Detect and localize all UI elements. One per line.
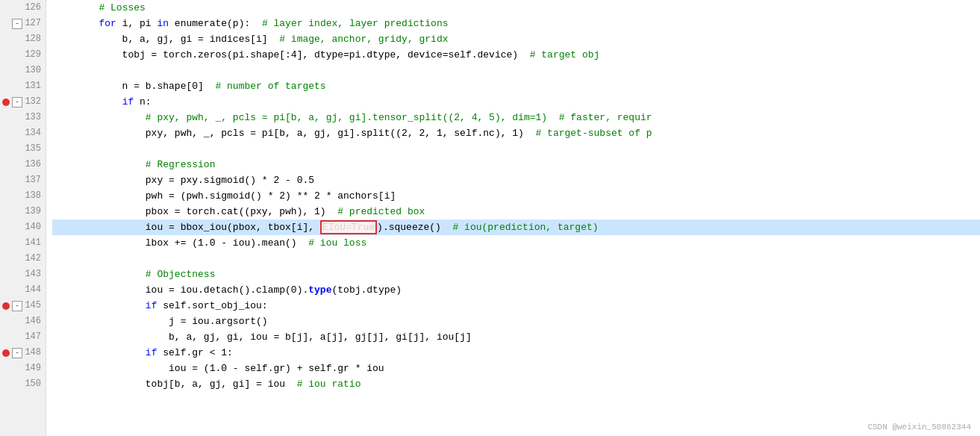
gutter-row: 126 [0, 0, 46, 16]
token: if [122, 96, 134, 108]
fold-area[interactable]: - [12, 301, 22, 311]
highlighted-token: EIoU=True [320, 220, 377, 234]
token [52, 112, 146, 123]
token: if [146, 347, 157, 358]
gutter-row: 131 [0, 78, 46, 94]
token: # pxy, pwh, _, pcls = pi[b, a, gj, gi].t… [146, 112, 559, 123]
line-number: 150 [22, 376, 46, 392]
token: iou = (1.0 - self.gr) + self.gr * iou [52, 363, 384, 374]
code-line: # pxy, pwh, _, pcls = pi[b, a, gj, gi].t… [52, 110, 980, 125]
line-number: 131 [22, 78, 46, 94]
fold-icon[interactable]: - [12, 97, 22, 108]
line-number: 128 [22, 31, 46, 47]
code-line [52, 251, 980, 267]
token: # iou(prediction, target) [453, 222, 599, 233]
gutter-row: 130 [0, 63, 46, 78]
token [52, 300, 146, 311]
code-line: b, a, gj, gi = indices[i] # image, ancho… [52, 31, 980, 47]
token: b, a, gj, gi, iou = b[j], a[j], gj[j], g… [52, 331, 472, 343]
gutter-row: 142 [0, 251, 46, 267]
line-number: 134 [22, 125, 46, 141]
gutter-row: 134 [0, 125, 46, 141]
token: in [157, 18, 169, 29]
gutter-row: 144 [0, 282, 46, 298]
gutter-row: 128 [0, 31, 46, 47]
token: type [308, 284, 331, 296]
code-line: tobj = torch.zeros(pi.shape[:4], dtype=p… [52, 47, 980, 63]
token: # iou loss [308, 237, 366, 249]
token: self.gr < 1: [157, 347, 232, 358]
code-line [52, 141, 980, 157]
line-number: 148 [22, 345, 46, 361]
code-line: # Regression [52, 157, 980, 172]
line-number: 144 [22, 282, 46, 298]
breakpoint-dot [2, 302, 10, 310]
token: # Regression [146, 159, 216, 170]
breakpoint-area[interactable] [0, 99, 12, 106]
token: iou = iou.detach().clamp(0). [52, 284, 308, 296]
line-number: 146 [22, 314, 46, 329]
fold-area[interactable]: - [12, 19, 22, 29]
line-number: 145 [22, 298, 46, 314]
fold-area[interactable]: - [12, 97, 22, 108]
gutter-row: 150 [0, 376, 46, 392]
code-line: if self.gr < 1: [52, 345, 980, 361]
fold-icon[interactable]: - [12, 19, 22, 29]
token: lbox += (1.0 - iou).mean() [52, 237, 308, 249]
token: b, a, gj, gi = indices[i] [52, 34, 279, 45]
token: tobj = torch.zeros(pi.shape[:4], dtype=p… [52, 49, 530, 60]
line-number: 127 [22, 16, 46, 31]
line-number: 126 [22, 0, 46, 16]
token [52, 269, 146, 280]
fold-area[interactable]: - [12, 348, 22, 358]
gutter-row: -132 [0, 94, 46, 110]
token: # Objectness [146, 269, 216, 280]
token: pwh = (pwh.sigmoid() * 2) ** 2 * anchors… [52, 190, 396, 202]
gutter-row: 149 [0, 361, 46, 376]
token: pbox = torch.cat((pxy, pwh), 1) [52, 206, 337, 217]
token: i, pi [116, 18, 157, 29]
breakpoint-area[interactable] [0, 302, 12, 310]
fold-icon[interactable]: - [12, 301, 22, 311]
token: (tobj.dtype) [331, 284, 402, 296]
token: # faster, requir [559, 112, 652, 123]
code-line: if n: [52, 94, 980, 110]
line-number: 142 [22, 251, 46, 267]
line-number: 149 [22, 361, 46, 376]
token: j = iou.argsort() [52, 316, 268, 327]
code-line: lbox += (1.0 - iou).mean() # iou loss [52, 235, 980, 251]
line-number: 132 [22, 94, 46, 110]
gutter-row: 138 [0, 188, 46, 204]
line-number: 137 [22, 172, 46, 188]
code-line: pbox = torch.cat((pxy, pwh), 1) # predic… [52, 204, 980, 219]
breakpoint-area[interactable] [0, 349, 12, 357]
token: tobj[b, a, gj, gi] = iou [52, 379, 297, 390]
gutter-row: 137 [0, 172, 46, 188]
code-line: iou = iou.detach().clamp(0).type(tobj.dt… [52, 282, 980, 298]
line-number: 133 [22, 110, 46, 125]
gutter-row: -145 [0, 298, 46, 314]
gutter-row: 135 [0, 141, 46, 157]
fold-icon[interactable]: - [12, 348, 22, 358]
token [52, 96, 122, 108]
line-number: 141 [22, 235, 46, 251]
token [52, 2, 99, 13]
line-number: 135 [22, 141, 46, 157]
token: # predicted box [337, 206, 425, 217]
gutter-row: 139 [0, 204, 46, 219]
code-line: b, a, gj, gi, iou = b[j], a[j], gj[j], g… [52, 329, 980, 345]
gutter-row: -127 [0, 16, 46, 31]
gutter-row: -148 [0, 345, 46, 361]
code-line: tobj[b, a, gj, gi] = iou # iou ratio [52, 376, 980, 392]
line-number: 129 [22, 47, 46, 63]
token [52, 159, 146, 170]
code-line: # Objectness [52, 267, 980, 282]
code-line: # Losses [52, 0, 980, 16]
breakpoint-dot [2, 349, 10, 357]
gutter-row: 141 [0, 235, 46, 251]
token: self.sort_obj_iou: [157, 300, 267, 311]
line-number: 138 [22, 188, 46, 204]
token: pxy = pxy.sigmoid() * 2 - 0.5 [52, 175, 314, 186]
token: # target-subset of p [536, 128, 652, 139]
gutter-row: 136 [0, 157, 46, 172]
